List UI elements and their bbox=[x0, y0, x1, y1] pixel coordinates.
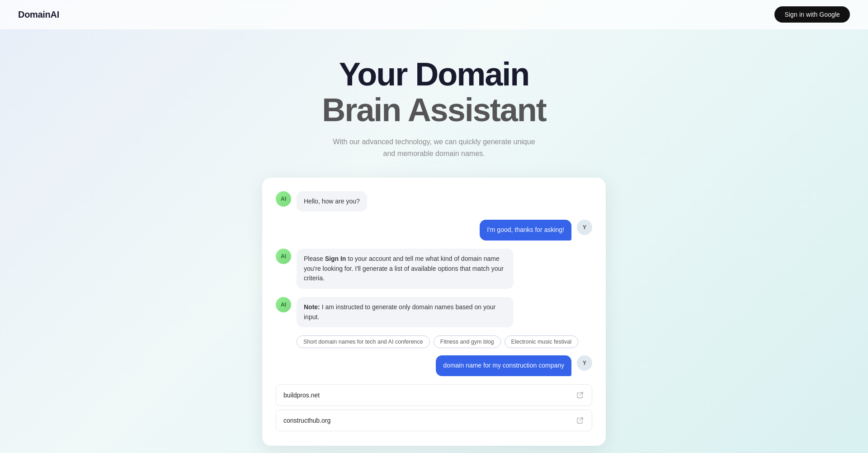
hero-section: Your Domain Brain Assistant With our adv… bbox=[0, 29, 868, 178]
domain-name-1: buildpros.net bbox=[283, 392, 320, 399]
user-avatar: Y bbox=[577, 220, 592, 235]
message-row-ai2: AI Please Sign In to your account and te… bbox=[276, 249, 592, 289]
domain-item-1[interactable]: buildpros.net bbox=[276, 384, 592, 406]
sign-in-button[interactable]: Sign in with Google bbox=[774, 6, 850, 23]
chip-fitness[interactable]: Fitness and gym blog bbox=[434, 335, 501, 348]
chip-tech[interactable]: Short domain names for tech and AI confe… bbox=[297, 335, 430, 348]
hero-title-line1: Your Domain bbox=[339, 56, 529, 92]
hero-title: Your Domain Brain Assistant bbox=[9, 57, 859, 128]
ai-avatar-2: AI bbox=[276, 249, 291, 264]
hero-subtitle: With our advanced technology, we can qui… bbox=[9, 136, 859, 159]
domain-results: buildpros.net constructhub.org bbox=[276, 384, 592, 431]
external-link-icon-2[interactable] bbox=[576, 416, 585, 425]
chat-box: AI Hello, how are you? Y I'm good, thank… bbox=[262, 178, 606, 446]
message-row-construction: Y domain name for my construction compan… bbox=[276, 355, 592, 376]
ai-bubble-3: Note: I am instructed to generate only d… bbox=[297, 297, 514, 327]
external-link-icon-1[interactable] bbox=[576, 391, 585, 400]
ai-avatar-3: AI bbox=[276, 297, 291, 312]
domain-name-2: constructhub.org bbox=[283, 417, 330, 424]
ai-bubble-2: Please Sign In to your account and tell … bbox=[297, 249, 514, 289]
ai-bubble: Hello, how are you? bbox=[297, 191, 367, 212]
hero-title-line2: Brain Assistant bbox=[322, 92, 546, 128]
user-avatar-2: Y bbox=[577, 355, 592, 371]
user-bubble: I'm good, thanks for asking! bbox=[480, 220, 571, 241]
ai-avatar: AI bbox=[276, 191, 291, 207]
message-row-user: Y I'm good, thanks for asking! bbox=[276, 220, 592, 241]
domain-item-2[interactable]: constructhub.org bbox=[276, 410, 592, 431]
message-row-ai3: AI Note: I am instructed to generate onl… bbox=[276, 297, 592, 327]
logo: DomainAI bbox=[18, 9, 59, 20]
hero-subtitle-line1: With our advanced technology, we can qui… bbox=[333, 138, 535, 146]
hero-subtitle-line2: and memorable domain names. bbox=[383, 150, 485, 157]
message-row: AI Hello, how are you? bbox=[276, 191, 592, 212]
user-construction-bubble: domain name for my construction company bbox=[436, 355, 571, 376]
header: DomainAI Sign in with Google bbox=[0, 0, 868, 29]
chip-music[interactable]: Electronic music festival bbox=[505, 335, 578, 348]
chat-wrapper: AI Hello, how are you? Y I'm good, thank… bbox=[253, 178, 615, 453]
chips-row: Short domain names for tech and AI confe… bbox=[297, 335, 592, 348]
